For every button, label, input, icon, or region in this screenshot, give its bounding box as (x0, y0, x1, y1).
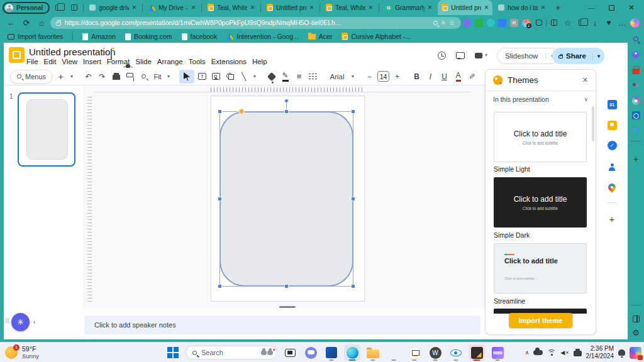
snipping-tool-button[interactable] (386, 344, 402, 361)
zoom-dropdown-icon[interactable]: ▾ (165, 70, 172, 84)
extension-icon-r[interactable]: R (509, 17, 519, 28)
refresh-icon[interactable]: ⟳ (19, 16, 34, 29)
home-icon[interactable]: ⌂ (35, 16, 49, 29)
grammarly-button[interactable]: ✳ (11, 313, 30, 331)
window-close-button[interactable]: ✕ (621, 0, 641, 15)
edge-browser-button[interactable] (344, 344, 360, 361)
chat-button[interactable] (303, 344, 319, 361)
comments-icon[interactable] (454, 49, 467, 62)
import-theme-button[interactable]: Import theme (509, 313, 573, 328)
device-printer-icon[interactable] (574, 349, 582, 356)
share-dropdown-icon[interactable]: ▾ (592, 53, 604, 59)
resize-handle-e[interactable] (351, 197, 355, 201)
tab-close-icon[interactable]: ✕ (250, 4, 255, 11)
resize-handle-sw[interactable] (218, 284, 222, 288)
maps-icon[interactable] (607, 182, 617, 192)
tab-actions-icon[interactable] (67, 1, 81, 14)
text-color-button[interactable]: A (452, 70, 464, 84)
menu-extensions[interactable]: Extensions (211, 58, 247, 65)
resize-handle-ne[interactable] (351, 109, 355, 114)
decrease-font-button[interactable]: − (364, 70, 375, 84)
slides-app-icon[interactable] (9, 47, 25, 63)
tab-google-drive[interactable]: google drive - ✕ (86, 0, 140, 15)
italic-button[interactable]: I (425, 70, 436, 84)
menu-edit[interactable]: Edit (44, 58, 57, 65)
weather-widget[interactable]: 1 59°F Sunny (5, 345, 39, 359)
search-in-page-icon[interactable] (433, 21, 438, 25)
menu-help[interactable]: Help (252, 58, 267, 65)
extension-icon-2[interactable] (474, 17, 484, 28)
insert-shape-button[interactable] (224, 70, 236, 84)
window-maximize-button[interactable] (601, 0, 621, 15)
import-favorites-button[interactable]: Import favorites (8, 33, 63, 40)
add-apps-icon[interactable]: + (607, 214, 617, 224)
back-icon[interactable]: ← (4, 16, 18, 29)
amazon-app-button[interactable] (406, 344, 423, 361)
font-dropdown-icon[interactable]: ▾ (350, 70, 356, 84)
sidebar-copilot-ring-icon[interactable] (630, 95, 641, 106)
underline-button[interactable]: U (438, 70, 450, 84)
extension-icon-badged[interactable]: 2 (521, 17, 531, 28)
tab-teal-white-2[interactable]: Teal, White an ✕ (322, 0, 377, 15)
sidebar-drop-icon[interactable] (630, 124, 641, 136)
taskbar-search[interactable]: Search ♥ (186, 346, 277, 359)
font-family-select[interactable]: Arial (326, 70, 348, 84)
sidebar-search-icon[interactable] (630, 33, 641, 45)
wordpress-app-button[interactable]: W (427, 344, 443, 361)
split-screen-icon[interactable] (548, 16, 560, 29)
copilot-icon[interactable] (630, 17, 640, 28)
file-explorer-button[interactable] (365, 344, 381, 361)
resize-handle-w[interactable] (218, 197, 222, 201)
redo-button[interactable]: ↷ (96, 70, 108, 84)
menu-slide[interactable]: Slide (135, 58, 152, 65)
close-themes-icon[interactable]: ✕ (582, 76, 588, 84)
settings-more-icon[interactable]: … (616, 16, 629, 29)
menu-view[interactable]: View (62, 58, 77, 65)
extension-icon-1[interactable] (462, 17, 473, 28)
font-size-field[interactable]: 14 (377, 70, 389, 84)
zoom-level[interactable]: Fit (152, 70, 164, 84)
tab-how-do-i[interactable]: how do i take ✕ (494, 0, 549, 15)
themes-scrollbar[interactable] (592, 106, 594, 141)
drag-grip-icon[interactable]: ⠿ (5, 318, 9, 325)
sidebar-shopping-tag-icon[interactable] (630, 49, 641, 60)
favorite-star-icon[interactable]: ☆ (449, 19, 455, 27)
colorful-tray-app-icon[interactable] (630, 347, 641, 359)
hidden-icons-chevron[interactable]: ∧ (525, 349, 530, 356)
new-tab-button[interactable]: + (551, 1, 565, 14)
extensions-menu-icon[interactable] (533, 16, 545, 29)
task-view-button[interactable] (282, 344, 298, 361)
read-aloud-icon[interactable]: A (441, 19, 445, 26)
resize-handle-s[interactable] (284, 284, 289, 288)
tab-untitled-1[interactable]: Untitled prese ✕ (263, 0, 318, 15)
highlight-color-button[interactable]: ✎ (466, 70, 478, 84)
tab-close-icon[interactable]: ✕ (132, 4, 137, 11)
collections-icon[interactable] (575, 16, 588, 29)
extension-icon-4[interactable] (497, 17, 508, 28)
add-slide-button[interactable]: + (55, 70, 67, 84)
tab-close-icon[interactable]: ✕ (428, 4, 433, 11)
insert-line-button[interactable]: ╲ (238, 70, 250, 84)
clock[interactable]: 2:36 PM 2/14/2024 (586, 345, 614, 361)
tab-my-drive[interactable]: My Drive - Go ✕ (145, 0, 199, 15)
extension-icon-3[interactable] (486, 17, 496, 28)
onedrive-cloud-icon[interactable] (533, 350, 543, 355)
tab-grammarly[interactable]: G Grammarly ✕ (381, 0, 436, 15)
contacts-icon[interactable] (607, 162, 617, 172)
downloads-icon[interactable]: ↓ (589, 16, 601, 29)
tab-untitled-active[interactable]: Untitled prese ✕ (438, 0, 492, 15)
tab-close-icon[interactable]: ✕ (309, 4, 314, 11)
select-tool-button[interactable] (179, 70, 194, 84)
version-history-icon[interactable] (435, 49, 448, 62)
print-button[interactable] (110, 70, 122, 84)
zoom-button[interactable] (138, 70, 150, 84)
menu-tools[interactable]: Tools (189, 58, 206, 65)
resize-handle-se[interactable] (351, 284, 355, 288)
sidebar-toggle-icon[interactable] (630, 313, 641, 324)
slide-page[interactable] (211, 96, 365, 302)
tab-close-icon[interactable]: ✕ (191, 4, 196, 11)
undo-button[interactable]: ↶ (82, 70, 94, 84)
sidebar-basket-icon[interactable] (630, 65, 641, 76)
window-minimize-button[interactable]: — (581, 0, 601, 15)
sidebar-people-icon[interactable] (630, 80, 641, 92)
